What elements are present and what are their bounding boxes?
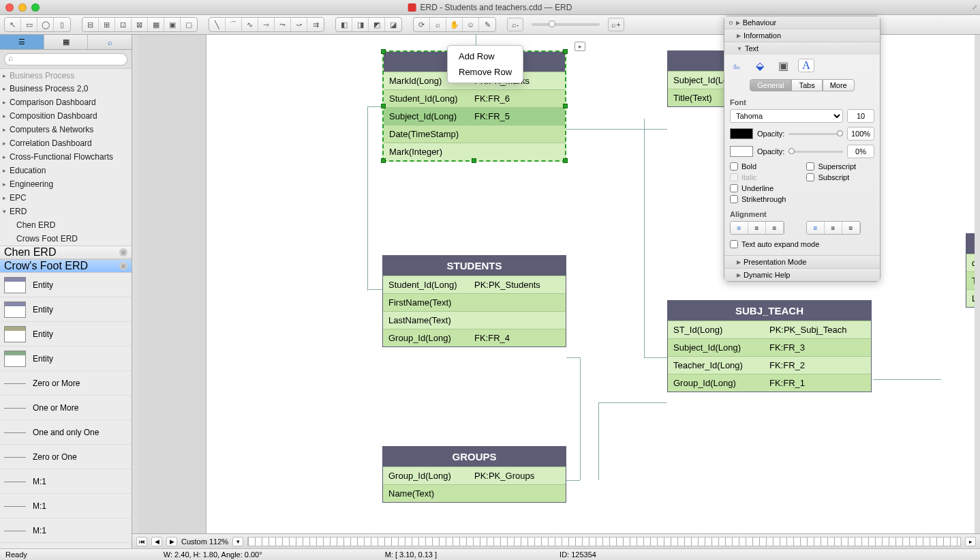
polyline-tool-button[interactable]: ⤻ — [291, 18, 307, 31]
backward-button[interactable]: ◪ — [385, 18, 401, 31]
inspector-section-information[interactable]: ▶Information — [724, 29, 880, 42]
close-icon[interactable]: ✕ — [119, 262, 127, 270]
tree-item-chen-erd[interactable]: Chen ERD — [0, 218, 132, 232]
tree-item[interactable]: ▸Education — [0, 164, 132, 177]
smart-connector-button[interactable]: ⇉ — [307, 18, 324, 31]
inspector-tab-more[interactable]: More — [823, 79, 855, 91]
library-tree[interactable]: ▸Business Process ▸Business Process 2,0 … — [0, 68, 132, 246]
line-tool-button[interactable]: ╲ — [209, 18, 226, 31]
connector[interactable] — [873, 379, 941, 380]
entity-students[interactable]: STUDENTS Student_Id(Long)PK:PK_Students … — [382, 255, 566, 347]
close-window-button[interactable] — [5, 3, 14, 12]
align-bottom-button[interactable]: ≡ — [842, 222, 860, 234]
spline-tool-button[interactable]: ∿ — [242, 18, 258, 31]
zoom-dropdown[interactable]: ▾ — [232, 537, 243, 546]
zoom-slider[interactable] — [532, 23, 600, 26]
ruler-menu-button[interactable]: ▸ — [965, 537, 976, 546]
shape-entity[interactable]: Entity — [0, 347, 132, 371]
shapes-list[interactable]: Entity Entity Entity Entity Zero or More… — [0, 273, 132, 548]
tree-item[interactable]: ▸Cross-Functional Flowcharts — [0, 150, 132, 164]
shape-m-1[interactable]: M:1 — [0, 494, 132, 518]
entity-teachers[interactable]: TEACHERS d(Long)PK:PK_Te Text) LastName(… — [966, 233, 975, 308]
subscript-checkbox[interactable] — [806, 173, 814, 181]
inspector-section-behaviour[interactable]: ○▶Behaviour — [724, 16, 880, 29]
strikethrough-checkbox[interactable] — [730, 195, 738, 203]
bezier-tool-button[interactable]: ⤳ — [275, 18, 291, 31]
zoom-out-button[interactable]: ⌕- — [507, 18, 523, 31]
tree-item[interactable]: ▸EPC — [0, 191, 132, 205]
connector[interactable] — [367, 106, 368, 291]
ellipse-tool-button[interactable]: ◯ — [37, 18, 54, 31]
connector[interactable] — [598, 402, 667, 403]
entity-subj-teach[interactable]: SUBJ_TEACH ST_Id(Long)PK:PK_Subj_Teach S… — [667, 300, 872, 392]
vertical-scrollbar[interactable] — [975, 35, 980, 533]
close-icon[interactable]: ✕ — [119, 248, 127, 256]
shape-zero-or-more[interactable]: Zero or More — [0, 371, 132, 396]
tree-item[interactable]: ▸Composition Dashboard — [0, 109, 132, 123]
person-tool-button[interactable]: ☺ — [463, 18, 479, 31]
tree-item-crows-foot-erd[interactable]: Crows Foot ERD — [0, 232, 132, 246]
refresh-button[interactable]: ⟳ — [414, 18, 430, 31]
align-center-button[interactable]: ≡ — [748, 222, 766, 234]
font-size-input[interactable] — [847, 109, 874, 123]
align-left-button[interactable]: ≡ — [731, 222, 748, 234]
back-button[interactable]: ◨ — [352, 18, 369, 31]
inspector-tab-tabs[interactable]: Tabs — [791, 79, 822, 91]
shape-zero-or-one[interactable]: Zero or One — [0, 445, 132, 469]
text-opacity-slider[interactable] — [788, 133, 843, 135]
tree-item[interactable]: ▸Comparison Dashboard — [0, 95, 132, 109]
connector[interactable] — [367, 289, 382, 290]
minimize-window-button[interactable] — [18, 3, 27, 12]
align-right-button[interactable]: ⊡ — [115, 18, 132, 31]
connector[interactable] — [598, 402, 599, 480]
sidebar-tab-search[interactable]: ⌕ — [88, 35, 132, 49]
superscript-checkbox[interactable] — [806, 162, 814, 171]
arc-tool-button[interactable]: ⌒ — [226, 18, 242, 31]
front-button[interactable]: ◧ — [336, 18, 352, 31]
zoom-tool-button[interactable]: ⌕ — [430, 18, 446, 31]
zoom-window-button[interactable] — [31, 3, 40, 12]
rect-tool-button[interactable]: ▭ — [21, 18, 37, 31]
shapes-section-chen[interactable]: Chen ERD✕ — [0, 246, 132, 259]
distribute-v-button[interactable]: ▦ — [148, 18, 164, 31]
fill-style-icon[interactable]: ▣ — [775, 59, 791, 72]
page-first-button[interactable]: ⏮ — [136, 537, 147, 546]
auto-expand-checkbox[interactable] — [730, 240, 738, 248]
tree-item[interactable]: ▸Engineering — [0, 177, 132, 191]
align-right-button[interactable]: ≡ — [766, 222, 784, 234]
bold-checkbox[interactable] — [730, 162, 738, 171]
shape-one-and-only-one[interactable]: One and only One — [0, 420, 132, 445]
font-family-select[interactable]: Tahoma — [730, 109, 843, 123]
shape-one-or-more[interactable]: One or More — [0, 396, 132, 420]
sidebar-tab-tree[interactable]: ☰ — [0, 35, 44, 49]
bg-color-swatch[interactable] — [730, 146, 753, 157]
tree-item[interactable]: ▸Correlation Dashboard — [0, 136, 132, 150]
align-top-button[interactable]: ≡ — [807, 222, 825, 234]
shape-m-1[interactable]: M:1 — [0, 518, 132, 543]
connector[interactable] — [367, 106, 382, 107]
bg-opacity-input[interactable] — [847, 145, 874, 158]
shape-entity[interactable]: Entity — [0, 322, 132, 347]
pen-tool-button[interactable]: ✎ — [479, 18, 495, 31]
page-next-button[interactable]: ▶ — [166, 537, 177, 546]
forward-button[interactable]: ◩ — [369, 18, 385, 31]
underline-checkbox[interactable] — [730, 184, 738, 192]
inspector-section-presentation[interactable]: ▶Presentation Mode — [724, 256, 880, 268]
sidebar-tab-grid[interactable]: ▦ — [44, 35, 89, 49]
text-tool-button[interactable]: ▯ — [54, 18, 70, 31]
shape-m-1[interactable]: M:1 — [0, 469, 132, 494]
connector[interactable] — [566, 357, 580, 358]
distribute-h-button[interactable]: ⊠ — [132, 18, 148, 31]
shapes-section-crowsfoot[interactable]: Crow's Foot ERD✕ — [0, 259, 132, 273]
zoom-in-button[interactable]: ⌕+ — [608, 18, 624, 31]
pan-tool-button[interactable]: ✋ — [446, 18, 463, 31]
shape-m-1[interactable]: M:1 — [0, 543, 132, 548]
font-style-icon[interactable]: A — [798, 59, 814, 72]
highlight-style-icon[interactable]: ⬙ — [752, 59, 768, 72]
pointer-tool-button[interactable]: ↖ — [5, 18, 21, 31]
tree-item[interactable]: ▸Computers & Networks — [0, 123, 132, 136]
connector[interactable] — [566, 129, 667, 130]
underline-style-icon[interactable]: ⎁ — [729, 59, 745, 72]
tree-item[interactable]: ▸Business Process — [0, 68, 132, 82]
ungroup-button[interactable]: ▢ — [181, 18, 197, 31]
